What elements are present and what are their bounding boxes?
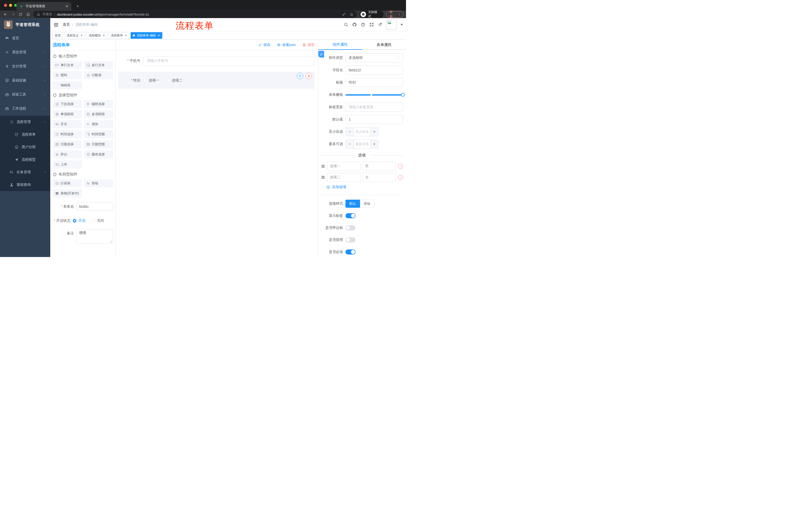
gender-option-1[interactable]: 选项一 bbox=[143, 78, 159, 83]
palette-item-radio-group[interactable]: 单选框组 bbox=[53, 110, 82, 118]
remove-option-button[interactable] bbox=[398, 175, 403, 180]
caret-down-icon[interactable] bbox=[401, 24, 403, 25]
show-label-switch[interactable] bbox=[345, 213, 355, 218]
close-window-button[interactable] bbox=[4, 4, 7, 7]
home-button[interactable] bbox=[25, 11, 31, 17]
palette-item-multi-text[interactable]: 多行文本 bbox=[84, 61, 113, 69]
palette-item-time-range[interactable]: 时间范围 bbox=[84, 130, 113, 138]
form-remark-textarea[interactable]: 嘿嘿 bbox=[76, 229, 113, 244]
close-icon[interactable]: ✕ bbox=[103, 34, 105, 37]
component-type-select[interactable]: 多选框组 bbox=[345, 53, 403, 62]
sidebar-item-user-group[interactable]: 用户分组 bbox=[0, 141, 50, 154]
gender-option-2[interactable]: 选项二 bbox=[166, 78, 182, 83]
drag-handle-icon[interactable] bbox=[321, 175, 325, 180]
palette-item-counter[interactable]: 123计数器 bbox=[84, 71, 113, 79]
key-icon[interactable] bbox=[342, 12, 346, 16]
add-option-button[interactable]: 添加选项 bbox=[326, 185, 403, 189]
palette-item-single-text[interactable]: 单行文本 bbox=[53, 61, 82, 69]
slider-handle[interactable] bbox=[401, 93, 405, 97]
sidebar-item-process-model[interactable]: 流程模型 bbox=[0, 154, 50, 166]
palette-item-table[interactable]: 表格[开发中] bbox=[53, 189, 82, 197]
style-default-button[interactable]: 默认 bbox=[345, 200, 360, 208]
close-icon[interactable]: ✕ bbox=[80, 34, 83, 37]
max-select-stepper[interactable]: − 最多可选 + bbox=[345, 140, 379, 148]
view-json-button[interactable]: 查看json bbox=[277, 43, 296, 47]
checkbox[interactable] bbox=[166, 79, 170, 82]
tab-form-props[interactable]: 表单属性 bbox=[362, 40, 406, 50]
palette-item-color[interactable]: 颜色选择 bbox=[84, 151, 113, 158]
sidebar-item-process-form[interactable]: 流程表单 bbox=[0, 128, 50, 141]
option-1-label-input[interactable]: 选项一 bbox=[327, 162, 361, 171]
link-tag-button[interactable] bbox=[318, 51, 324, 58]
sidebar-logo[interactable]: 芋道管理系统 bbox=[0, 18, 50, 31]
default-value-input[interactable]: 1 bbox=[345, 115, 403, 124]
palette-item-date-range[interactable]: 日期范围 bbox=[84, 140, 113, 148]
style-button-button[interactable]: 按钮 bbox=[360, 200, 374, 208]
sidebar-item-home[interactable]: 首页 bbox=[0, 31, 50, 45]
copy-component-button[interactable] bbox=[297, 73, 303, 79]
label-width-input[interactable]: 请输入标签宽度 bbox=[345, 103, 403, 112]
palette-item-password[interactable]: 密码 bbox=[53, 71, 82, 79]
save-button[interactable]: 保存 bbox=[258, 43, 270, 47]
palette-item-editor[interactable]: 编辑器 bbox=[53, 81, 82, 89]
status-radio-off[interactable]: 关闭 bbox=[91, 218, 104, 223]
close-icon[interactable]: ✕ bbox=[157, 34, 160, 37]
palette-item-upload[interactable]: 上传 bbox=[53, 160, 82, 168]
avatar[interactable] bbox=[386, 20, 397, 30]
phone-input[interactable]: 请输入手机号 bbox=[143, 56, 315, 65]
tab-component-props[interactable]: 组件属性 bbox=[318, 40, 362, 50]
option-2-label-input[interactable]: 选项二 bbox=[327, 173, 361, 182]
increase-button[interactable]: + bbox=[370, 128, 378, 136]
option-2-value-input[interactable]: 女 bbox=[362, 173, 396, 182]
palette-item-select[interactable]: 下拉选择 bbox=[53, 100, 82, 108]
sidebar-item-devtools[interactable]: 研发工具 bbox=[0, 87, 50, 102]
close-icon[interactable]: ✕ bbox=[125, 34, 127, 37]
increase-button[interactable]: + bbox=[370, 140, 378, 148]
border-switch[interactable] bbox=[345, 225, 355, 231]
grid-slider[interactable] bbox=[345, 90, 403, 99]
forward-button[interactable] bbox=[10, 11, 16, 17]
canvas-field-phone[interactable]: 手机号 请输入手机号 bbox=[118, 56, 315, 65]
delete-component-button[interactable] bbox=[306, 73, 312, 79]
drag-handle-icon[interactable] bbox=[321, 164, 325, 168]
sidebar-item-process-mgmt[interactable]: 流程管理 bbox=[0, 116, 50, 128]
breadcrumb-home[interactable]: 首页 bbox=[63, 22, 70, 27]
browser-tab[interactable]: 芋道管理系统 ✕ bbox=[17, 2, 71, 10]
palette-item-rate[interactable]: 评分 bbox=[53, 151, 82, 158]
tag-process-definition[interactable]: 流程定义✕ bbox=[64, 32, 85, 39]
max-select-input[interactable]: 最多可选 bbox=[354, 140, 370, 148]
checkbox[interactable] bbox=[143, 79, 147, 82]
decrease-button[interactable]: − bbox=[346, 140, 354, 148]
clear-button[interactable]: 清空 bbox=[302, 43, 315, 47]
field-name-input[interactable]: field122 bbox=[345, 65, 403, 75]
title-input[interactable]: 性别 bbox=[345, 78, 403, 87]
sidebar-item-system[interactable]: 系统管理 bbox=[0, 45, 50, 59]
palette-item-time[interactable]: 时间选择 bbox=[53, 130, 82, 138]
palette-item-switch[interactable]: 开关 bbox=[53, 120, 82, 128]
palette-item-row-container[interactable]: 行容器 bbox=[53, 179, 82, 187]
tag-process-model[interactable]: 流程模型✕ bbox=[86, 32, 107, 39]
url-bar[interactable]: 不安全 dashboard.yudao.iocoder.cn/bpm/manag… bbox=[33, 11, 357, 18]
back-button[interactable] bbox=[2, 11, 8, 17]
palette-item-date[interactable]: 日期选择 bbox=[53, 140, 82, 148]
bookmark-star-icon[interactable] bbox=[350, 12, 353, 16]
palette-item-checkbox-group[interactable]: 多选框组 bbox=[84, 110, 113, 118]
update-button[interactable]: 更新 bbox=[386, 11, 404, 18]
sidebar-item-workflow[interactable]: 工作流程 bbox=[0, 102, 50, 116]
form-name-input[interactable]: biubiu bbox=[76, 202, 113, 211]
min-select-stepper[interactable]: − 至少应选 + bbox=[345, 127, 379, 136]
close-tab-icon[interactable]: ✕ bbox=[65, 4, 68, 8]
status-radio-on[interactable]: 开启 bbox=[73, 218, 85, 223]
decrease-button[interactable]: − bbox=[346, 128, 354, 136]
browser-menu-icon[interactable] bbox=[398, 13, 401, 16]
sidebar-item-payment[interactable]: 支付管理 bbox=[0, 59, 50, 74]
window-controls[interactable] bbox=[4, 4, 17, 7]
minimize-window-button[interactable] bbox=[9, 4, 12, 7]
tag-home[interactable]: 首页 bbox=[53, 32, 63, 39]
palette-item-slider[interactable]: 滑块 bbox=[84, 120, 113, 128]
fullscreen-icon[interactable] bbox=[369, 22, 374, 27]
remove-option-button[interactable] bbox=[398, 164, 403, 169]
sidebar-item-leave-query[interactable]: 请假查询 bbox=[0, 179, 50, 191]
option-1-value-input[interactable]: 男 bbox=[362, 162, 396, 171]
palette-item-cascader[interactable]: 级联选择 bbox=[84, 100, 113, 108]
